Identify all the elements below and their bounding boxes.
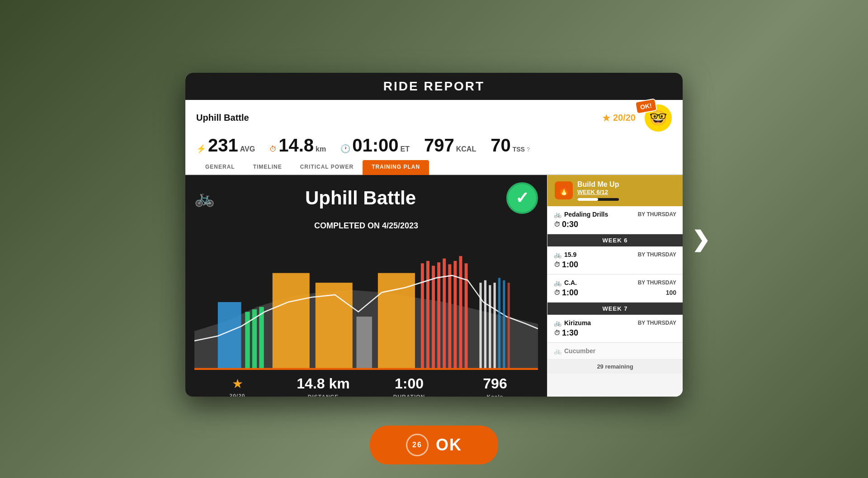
svg-rect-16	[459, 256, 462, 370]
plan-item-159-detail: ⏱ 1:00	[554, 260, 676, 270]
svg-rect-5	[273, 273, 310, 369]
training-panel: 🔥 Build Me Up WEEK 6/12 🚲 Pedaling Drill…	[547, 175, 683, 397]
week-6-header: WEEK 6	[547, 234, 683, 246]
plan-item-kirizuma-name: 🚲 Kirizuma	[554, 319, 591, 327]
power-value: 231	[208, 136, 238, 154]
bike-icon: 🚲	[194, 189, 215, 208]
plan-progress-fill	[577, 198, 598, 201]
tab-critical-power[interactable]: CRITICAL POWER	[291, 160, 363, 175]
plan-time-3: ⏱ 1:00	[554, 288, 578, 298]
distance-value: 14.8	[278, 136, 314, 154]
star-icon: ★	[602, 113, 610, 123]
svg-rect-20	[489, 285, 491, 370]
ws-duration: 1:00 DURATION	[366, 375, 452, 397]
stats-row: ⚡ 231 AVG ⏱ 14.8 km 🕐 01:00 ET 797 KCAL …	[185, 133, 683, 160]
plan-item-kirizuma-header: 🚲 Kirizuma BY THURSDAY	[554, 319, 676, 327]
kcal-unit: KCAL	[456, 145, 476, 153]
plan-time-1: ⏱ 0:30	[554, 220, 578, 229]
training-plan-title: Build Me Up	[577, 180, 619, 189]
svg-rect-12	[437, 262, 440, 370]
plan-by-thursday-2: BY THURSDAY	[638, 251, 676, 258]
remaining-bar: 29 remaining	[547, 360, 683, 374]
svg-rect-19	[484, 280, 486, 369]
clock-icon-3: ⏱	[554, 289, 560, 296]
svg-rect-9	[421, 263, 424, 370]
tss-label: TSS	[513, 146, 525, 153]
ws-distance: 14.8 km DISTANCE	[280, 375, 366, 397]
plan-time-2: ⏱ 1:00	[554, 260, 578, 270]
ws-duration-value: 1:00	[366, 375, 452, 392]
modal-title-bar: RIDE REPORT	[185, 73, 683, 100]
ws-rating: ★ 20/20	[194, 376, 280, 397]
next-arrow[interactable]: ❯	[692, 227, 710, 252]
plan-item-kirizuma[interactable]: 🚲 Kirizuma BY THURSDAY ⏱ 1:30	[547, 315, 683, 343]
plan-item-pedaling-header: 🚲 Pedaling Drills BY THURSDAY	[554, 211, 676, 218]
ws-distance-value: 14.8 km	[280, 375, 366, 392]
plan-item-cucumber[interactable]: 🚲 Cucumber	[547, 343, 683, 360]
svg-rect-23	[503, 280, 505, 369]
checkmark-circle: ✓	[506, 182, 538, 214]
kcal-value: 797	[424, 136, 454, 154]
duration-unit: ET	[401, 145, 410, 153]
workout-chart	[194, 234, 538, 370]
training-plan-week: WEEK 6/12	[577, 189, 619, 195]
main-content: 🚲 Uphill Battle ✓ COMPLETED ON 4/25/2023	[185, 175, 683, 397]
power-unit: AVG	[240, 145, 255, 153]
remaining-text: 29 remaining	[597, 363, 633, 370]
ws-star-icon: ★	[194, 376, 280, 391]
ok-count: 26	[412, 441, 422, 449]
clock-icon-1: ⏱	[554, 221, 560, 228]
svg-rect-22	[498, 278, 500, 370]
tss-question[interactable]: ?	[527, 147, 530, 153]
plan-item-cucumber-name: 🚲 Cucumber	[554, 347, 676, 355]
tabs-bar: GENERAL TIMELINE CRITICAL POWER TRAINING…	[185, 160, 683, 175]
tab-timeline[interactable]: TIMELINE	[244, 160, 291, 175]
plan-item-ca-detail: ⏱ 1:00 100	[554, 288, 676, 298]
plan-item-pedaling-drills[interactable]: 🚲 Pedaling Drills BY THURSDAY ⏱ 0:30	[547, 206, 683, 234]
ws-kcal-value: 796	[452, 375, 538, 392]
workout-name: Uphill Battle	[196, 113, 602, 123]
rating-value: 20/20	[613, 113, 636, 123]
tab-general[interactable]: GENERAL	[196, 160, 244, 175]
plan-item-kirizuma-detail: ⏱ 1:30	[554, 328, 676, 338]
plan-item-ca-name: 🚲 C.A.	[554, 279, 577, 286]
power-stat: ⚡ 231 AVG	[196, 136, 255, 154]
plan-item-159[interactable]: 🚲 15.9 BY THURSDAY ⏱ 1:00	[547, 246, 683, 274]
ride-report-modal: RIDE REPORT Uphill Battle ★ 20/20 OK! 🤓 …	[185, 73, 683, 397]
ws-distance-label: DISTANCE	[280, 394, 366, 397]
ws-kcal-label: Kcals	[452, 394, 538, 397]
completed-text: COMPLETED ON 4/25/2023	[185, 221, 547, 231]
plan-item-ca[interactable]: 🚲 C.A. BY THURSDAY ⏱ 1:00 100	[547, 274, 683, 303]
svg-rect-1	[218, 302, 241, 370]
ok-circle-badge: 26	[406, 434, 429, 456]
ok-label: OK	[436, 435, 462, 454]
plan-by-thursday-1: BY THURSDAY	[638, 211, 676, 218]
power-icon: ⚡	[196, 144, 206, 154]
distance-stat: ⏱ 14.8 km	[269, 136, 326, 154]
duration-value: 01:00	[352, 136, 398, 154]
plan-item-159-header: 🚲 15.9 BY THURSDAY	[554, 251, 676, 258]
training-plan-info: Build Me Up WEEK 6/12	[577, 180, 619, 201]
plan-item-ca-header: 🚲 C.A. BY THURSDAY	[554, 279, 676, 286]
svg-rect-4	[259, 307, 264, 369]
ok-button[interactable]: 26 OK	[370, 426, 498, 464]
training-plan-header: 🔥 Build Me Up WEEK 6/12	[547, 175, 683, 206]
plan-bike-icon-3: 🚲	[554, 279, 561, 286]
plan-item-pedaling-detail: ⏱ 0:30	[554, 220, 676, 229]
svg-rect-7	[356, 317, 372, 370]
ws-kcal: 796 Kcals	[452, 375, 538, 397]
svg-rect-21	[494, 283, 496, 370]
plan-bike-icon-2: 🚲	[554, 251, 561, 258]
workout-title-large: Uphill Battle	[215, 187, 506, 209]
plan-bike-icon-1: 🚲	[554, 211, 561, 218]
star-rating: ★ 20/20	[602, 113, 636, 123]
training-plan-icon: 🔥	[555, 181, 573, 199]
svg-rect-18	[479, 283, 481, 370]
duration-stat: 🕐 01:00 ET	[340, 136, 410, 154]
week-7-header: WEEK 7	[547, 303, 683, 315]
chart-area	[185, 234, 547, 370]
plan-item-159-name: 🚲 15.9	[554, 251, 576, 258]
avatar-area: OK! 🤓	[645, 104, 672, 132]
plan-item-pedaling-name: 🚲 Pedaling Drills	[554, 211, 608, 218]
tab-training-plan[interactable]: TRAINING PLAN	[363, 160, 429, 175]
